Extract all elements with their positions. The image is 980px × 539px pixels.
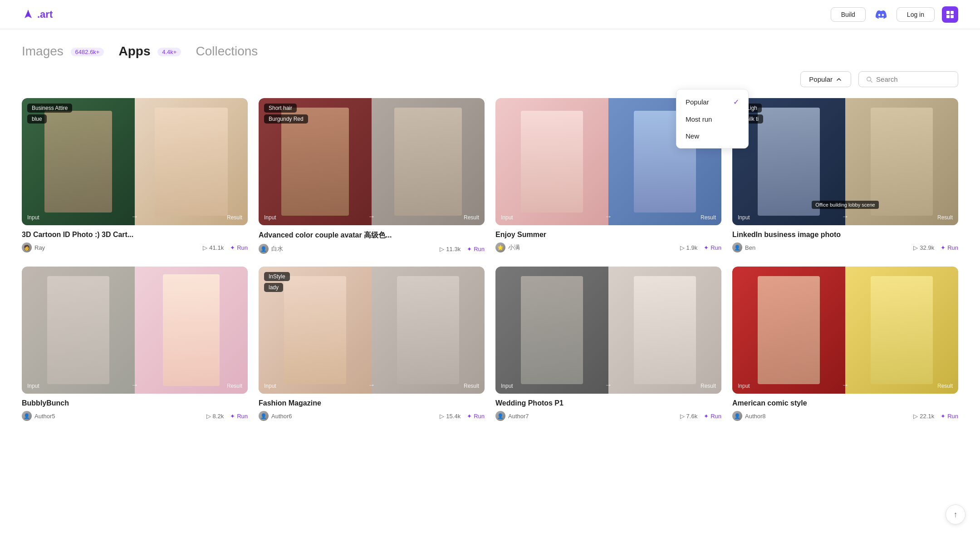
run-button-7[interactable]: ✦ Run [704, 413, 721, 420]
app-card-7[interactable]: Input → Result Wedding Photos P1 👤 Autho… [495, 267, 721, 423]
card-info-8: American comic style 👤 Author8 ▷ 22.1k ✦… [732, 394, 958, 423]
author-name-3: 小满 [508, 243, 520, 252]
result-label-5: Result [227, 383, 242, 389]
search-input[interactable] [876, 75, 951, 83]
login-button[interactable]: Log in [897, 7, 935, 22]
card-result-image-6 [372, 267, 485, 394]
run-button-5[interactable]: ✦ Run [230, 413, 248, 420]
input-label-5: Input [27, 383, 39, 389]
tab-apps[interactable]: Apps 4.4k+ [118, 44, 181, 59]
author-avatar-7: 👤 [495, 411, 505, 421]
card-stats-3: ▷ 1.9k ✦ Run [680, 244, 721, 251]
card-tag3-4: Office building lobby scene [812, 201, 878, 209]
card-tag2-1: blue [27, 114, 47, 124]
check-icon: ✓ [733, 98, 739, 106]
card-stats-6: ▷ 15.4k ✦ Run [440, 413, 485, 420]
card-image-5: Input → Result [22, 267, 248, 394]
author-avatar-6: 👤 [259, 411, 269, 421]
card-image-7: Input → Result [495, 267, 721, 394]
run-count-5: ▷ 8.2k [206, 413, 224, 420]
card-image-4: + Ligh s silk ti Office building lobby s… [732, 98, 958, 225]
card-meta-1: 🧑 Ray ▷ 41.1k ✦ Run [22, 242, 248, 252]
result-label-8: Result [937, 383, 953, 389]
card-stats-8: ▷ 22.1k ✦ Run [913, 413, 958, 420]
author-avatar-3: 🌟 [495, 242, 505, 252]
card-title-4: LinkedIn business image photo [732, 231, 958, 239]
input-label-8: Input [738, 383, 750, 389]
author-avatar-4: 👤 [732, 242, 742, 252]
card-meta-3: 🌟 小满 ▷ 1.9k ✦ Run [495, 242, 721, 252]
run-button-3[interactable]: ✦ Run [704, 244, 721, 251]
sort-option-popular[interactable]: Popular ✓ [676, 93, 748, 111]
app-card-8[interactable]: Input → Result American comic style 👤 Au… [732, 267, 958, 423]
card-image-8: Input → Result [732, 267, 958, 394]
sort-dropdown: Popular ✓ Most run New [676, 89, 749, 148]
arrow-icon-5: → [131, 381, 138, 389]
app-card-5[interactable]: Input → Result BubblyBunch 👤 Author5 ▷ 8… [22, 267, 248, 423]
arrow-icon-8: → [842, 381, 849, 389]
result-label-3: Result [701, 214, 716, 221]
card-info-6: Fashion Magazine 👤 Author6 ▷ 15.4k ✦ Run [259, 394, 485, 423]
sort-option-mostrun[interactable]: Most run [676, 111, 748, 128]
search-box[interactable] [858, 71, 958, 87]
result-label-6: Result [464, 383, 479, 389]
logo-text: .art [37, 9, 53, 20]
sort-button[interactable]: Popular [800, 71, 851, 87]
card-meta-4: 👤 Ben ▷ 32.9k ✦ Run [732, 242, 958, 252]
chevron-up-icon [835, 76, 843, 83]
arrow-icon-6: → [368, 381, 375, 389]
search-icon [866, 76, 872, 83]
author-avatar-2: 👤 [259, 244, 269, 254]
run-button-1[interactable]: ✦ Run [230, 244, 248, 251]
sort-label: Popular [809, 75, 833, 83]
run-count-4: ▷ 32.9k [913, 244, 934, 251]
card-info-5: BubblyBunch 👤 Author5 ▷ 8.2k ✦ Run [22, 394, 248, 423]
arrow-icon-3: → [605, 213, 612, 221]
card-tag2-2: Burgundy Red [264, 114, 308, 124]
build-button[interactable]: Build [831, 7, 866, 22]
svg-rect-1 [951, 11, 954, 14]
card-input-image-3 [495, 98, 608, 225]
arrow-icon-2: → [368, 213, 375, 221]
input-label-2: Input [264, 214, 276, 221]
run-button-6[interactable]: ✦ Run [467, 413, 485, 420]
run-count-6: ▷ 15.4k [440, 413, 461, 420]
app-card-1[interactable]: Business Attire blue Input → Result 3D C… [22, 98, 248, 256]
input-label-6: Input [264, 383, 276, 389]
app-card-6[interactable]: InStyle lady Input → Result Fashion Maga… [259, 267, 485, 423]
run-button-8[interactable]: ✦ Run [941, 413, 958, 420]
card-author-8: 👤 Author8 [732, 411, 766, 421]
sort-option-new[interactable]: New [676, 128, 748, 144]
card-meta-5: 👤 Author5 ▷ 8.2k ✦ Run [22, 411, 248, 421]
user-avatar[interactable] [942, 6, 958, 23]
card-info-3: Enjoy Summer 🌟 小满 ▷ 1.9k ✦ Run [495, 225, 721, 254]
card-stats-4: ▷ 32.9k ✦ Run [913, 244, 958, 251]
apps-grid: Business Attire blue Input → Result 3D C… [22, 98, 958, 423]
author-avatar-1: 🧑 [22, 242, 32, 252]
card-input-image-8 [732, 267, 845, 394]
author-name-8: Author8 [745, 413, 766, 420]
card-result-image-1 [135, 98, 248, 225]
app-card-2[interactable]: Short hair Burgundy Red Input → Result A… [259, 98, 485, 256]
logo-icon [22, 8, 34, 21]
discord-button[interactable] [873, 6, 889, 23]
user-icon [946, 10, 955, 19]
run-button-4[interactable]: ✦ Run [941, 244, 958, 251]
tab-collections[interactable]: Collections [196, 44, 258, 59]
card-meta-7: 👤 Author7 ▷ 7.6k ✦ Run [495, 411, 721, 421]
result-label-7: Result [701, 383, 716, 389]
card-author-7: 👤 Author7 [495, 411, 529, 421]
app-card-4[interactable]: + Ligh s silk ti Office building lobby s… [732, 98, 958, 256]
card-input-image-7 [495, 267, 608, 394]
run-button-2[interactable]: ✦ Run [467, 246, 485, 252]
card-result-image-7 [608, 267, 721, 394]
card-author-1: 🧑 Ray [22, 242, 45, 252]
arrow-icon-1: → [131, 213, 138, 221]
card-image-6: InStyle lady Input → Result [259, 267, 485, 394]
header: .art Build Log in [0, 0, 980, 29]
tab-images[interactable]: Images 6482.6k+ [22, 44, 104, 59]
card-stats-1: ▷ 41.1k ✦ Run [203, 244, 248, 251]
logo[interactable]: .art [22, 8, 53, 21]
card-stats-5: ▷ 8.2k ✦ Run [206, 413, 248, 420]
card-author-3: 🌟 小满 [495, 242, 520, 252]
